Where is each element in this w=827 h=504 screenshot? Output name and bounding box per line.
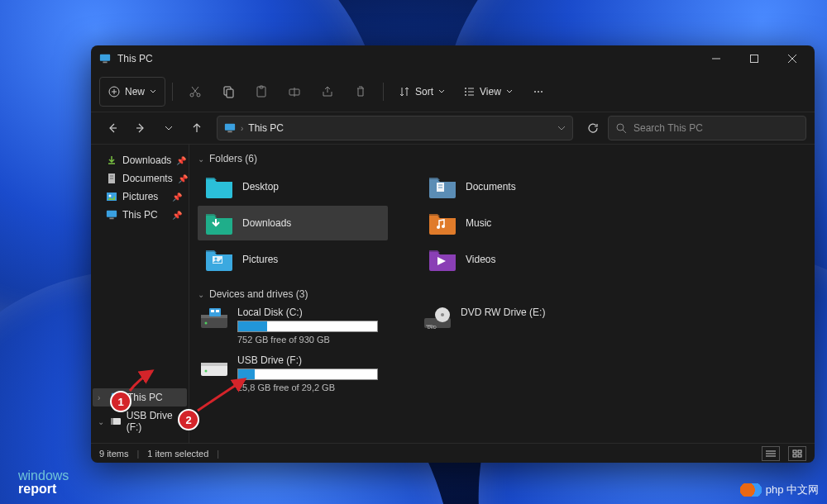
svg-rect-56	[211, 310, 214, 312]
folder-documents[interactable]: Documents	[421, 169, 611, 204]
usb-icon	[110, 416, 122, 427]
titlebar[interactable]: This PC	[91, 45, 815, 72]
folder-videos[interactable]: Videos	[421, 242, 611, 277]
annotation-arrow-1	[126, 368, 159, 392]
folder-label: Downloads	[242, 217, 291, 229]
sidebar-item-pictures[interactable]: Pictures📌	[93, 188, 187, 206]
folder-music[interactable]: Music	[421, 206, 611, 240]
folder-icon	[204, 211, 234, 235]
svg-line-12	[192, 87, 198, 94]
sidebar-item-downloads[interactable]: Downloads📌	[93, 151, 187, 169]
status-items: 9 items	[99, 449, 128, 459]
paste-button[interactable]	[246, 77, 277, 107]
recent-button[interactable]	[155, 115, 182, 141]
sidebar-item-documents[interactable]: Documents📌	[93, 169, 187, 188]
svg-point-19	[465, 88, 466, 89]
folder-downloads[interactable]: Downloads	[198, 206, 388, 240]
close-button[interactable]	[773, 45, 811, 72]
folder-label: Videos	[466, 254, 495, 265]
sort-button[interactable]: Sort	[390, 77, 453, 107]
new-button[interactable]: New	[99, 77, 165, 107]
drives-header[interactable]: ⌄ Devices and drives (3)	[198, 285, 806, 305]
up-button[interactable]	[184, 115, 210, 141]
folder-label: Documents	[466, 181, 516, 193]
chevron-down-icon	[506, 88, 513, 95]
toolbar: New Sort View	[91, 72, 815, 112]
back-button[interactable]	[99, 115, 126, 141]
svg-rect-69	[793, 450, 796, 453]
tree-item-usb-drive-f-[interactable]: ⌄USB Drive (F:)	[93, 407, 187, 436]
copy-button[interactable]	[213, 77, 244, 107]
drive-dvd-rw-drive-e-[interactable]: DVDDVD RW Drive (E:)	[421, 305, 611, 346]
svg-rect-31	[227, 131, 232, 133]
watermark-windowsreport: windows report	[18, 469, 69, 496]
capacity-bar	[237, 321, 378, 332]
folder-desktop[interactable]: Desktop	[198, 169, 388, 204]
sidebar-item-this-pc[interactable]: This PC📌	[93, 206, 187, 224]
capacity-bar	[237, 368, 378, 380]
annotation-arrow-2	[194, 376, 251, 413]
svg-point-27	[541, 91, 543, 93]
address-bar[interactable]: › This PC	[217, 116, 573, 140]
annotation-1: 1	[110, 391, 131, 412]
icons-view-button[interactable]	[788, 446, 806, 461]
svg-point-61	[441, 313, 444, 316]
svg-point-32	[617, 124, 624, 131]
chevron-down-icon[interactable]	[557, 124, 566, 132]
drive-local-disk-c-[interactable]: Local Disk (C:)752 GB free of 930 GB	[198, 305, 388, 346]
search-input[interactable]: Search This PC	[608, 116, 806, 140]
svg-rect-57	[216, 310, 219, 312]
pin-icon: 📌	[172, 193, 182, 202]
refresh-button[interactable]	[580, 115, 606, 141]
status-selected: 1 item selected	[147, 449, 208, 459]
svg-rect-14	[227, 89, 233, 97]
rename-button[interactable]	[279, 77, 310, 107]
details-view-button[interactable]	[762, 446, 780, 461]
content-area: ⌄ Folders (6) DesktopDocumentsDownloadsM…	[189, 145, 815, 443]
drive-free-text: 25,8 GB free of 29,2 GB	[237, 383, 386, 392]
sort-icon	[399, 86, 410, 97]
window-title: This PC	[117, 53, 153, 64]
view-icon	[463, 86, 475, 97]
svg-point-21	[465, 91, 466, 93]
svg-rect-40	[109, 218, 113, 220]
search-icon	[615, 122, 627, 134]
tree-item-label: USB Drive (F:)	[127, 410, 182, 433]
drive-icon: DVD	[423, 307, 452, 331]
folder-pictures[interactable]: Pictures	[198, 242, 388, 277]
forward-button[interactable]	[127, 115, 154, 141]
svg-point-65	[205, 370, 208, 373]
folders-header[interactable]: ⌄ Folders (6)	[198, 150, 806, 169]
folder-label: Desktop	[242, 181, 279, 193]
sidebar-item-label: Documents	[122, 173, 173, 184]
more-button[interactable]	[523, 77, 554, 107]
view-button[interactable]: View	[455, 77, 521, 107]
search-placeholder: Search This PC	[633, 122, 703, 134]
navbar: › This PC Search This PC	[91, 112, 815, 145]
tree-item-label: This PC	[127, 392, 163, 403]
sidebar-item-label: Downloads	[122, 155, 171, 166]
cut-button[interactable]	[179, 77, 211, 107]
pin-icon: 📌	[172, 211, 182, 220]
delete-button[interactable]	[345, 77, 376, 107]
maximize-button[interactable]	[735, 45, 773, 72]
expand-icon[interactable]: ›	[98, 393, 106, 402]
sidebar-item-label: Pictures	[122, 191, 158, 202]
svg-point-49	[442, 225, 445, 228]
document-icon	[106, 173, 117, 184]
minimize-button[interactable]	[697, 45, 735, 72]
svg-line-11	[193, 87, 198, 94]
address-location: This PC	[248, 122, 284, 134]
pin-icon: 📌	[178, 174, 188, 183]
drive-label: DVD RW Drive (E:)	[461, 307, 609, 318]
svg-point-38	[109, 195, 112, 197]
chevron-right-icon: ›	[241, 124, 243, 133]
chevron-down-icon: ⌄	[198, 290, 204, 299]
expand-icon[interactable]: ⌄	[98, 417, 105, 426]
share-button[interactable]	[312, 77, 343, 107]
svg-point-51	[215, 258, 218, 260]
drive-label: Local Disk (C:)	[237, 307, 386, 318]
chevron-down-icon: ⌄	[198, 155, 204, 164]
folder-icon	[428, 247, 457, 272]
svg-rect-70	[798, 450, 801, 453]
